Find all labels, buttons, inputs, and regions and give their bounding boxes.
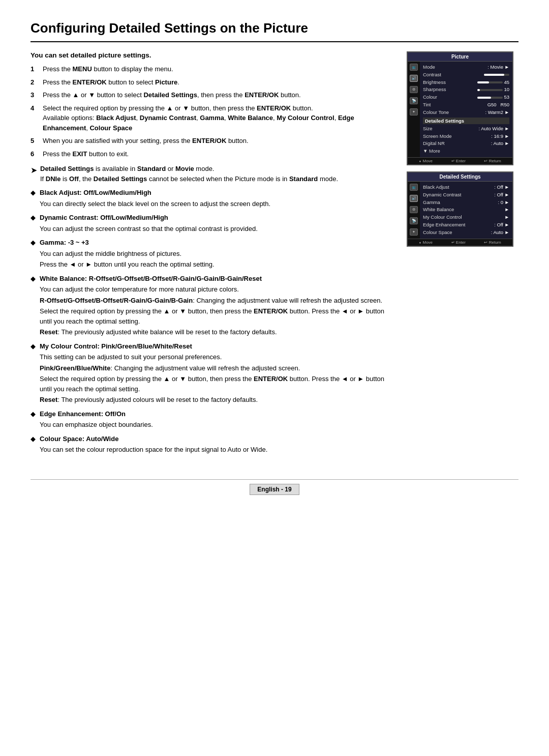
tv-screens-column: Picture 📺 🔊 ⚙ 📡 ✦ Mode: Movie ► Contrast — [407, 51, 518, 459]
bullet-desc-2: You can adjust the screen contrast so th… — [40, 224, 394, 234]
bullet-dynamic-contrast: ◆ Dynamic Contrast: Off/Low/Medium/High … — [30, 213, 394, 234]
tv2-footer-move: ⬧ Move — [419, 240, 433, 245]
tv2-footer: ⬧ Move ↵ Enter ↩ Return — [408, 239, 512, 246]
bullet-desc-5b: Pink/Green/Blue/White: Changing the adju… — [40, 363, 394, 373]
step-num-3: 3 — [30, 90, 41, 100]
step-5: 5 When you are satisfied with your setti… — [30, 136, 394, 146]
tv1-footer-move: ⬧ Move — [419, 159, 433, 163]
tv1-section-detailed: Detailed Settings — [423, 118, 509, 124]
bullet-my-colour-control: ◆ My Colour Control: Pink/Green/Blue/Whi… — [30, 341, 394, 405]
bullet-title-3: Gamma: -3 ~ +3 — [40, 239, 89, 246]
tv2-item-colourspace: Colour Space: Auto ► — [423, 229, 509, 237]
step-content-5: When you are satisfied with your setting… — [43, 136, 394, 146]
step-4: 4 Select the required option by pressing… — [30, 103, 394, 133]
step-6: 6 Press the EXIT button to exit. — [30, 149, 394, 159]
tv2-footer-enter: ↵ Enter — [451, 240, 466, 245]
tv1-body: 📺 🔊 ⚙ 📡 ✦ Mode: Movie ► Contrast — [408, 62, 512, 157]
bullet-colour-space: ◆ Colour Space: Auto/Wide You can set th… — [30, 434, 394, 455]
page-title: Configuring Detailed Settings on the Pic… — [30, 20, 518, 42]
bullet-title-1: Black Adjust: Off/Low/Medium/High — [40, 189, 151, 196]
bullet-desc-3a: You can adjust the middle brightness of … — [40, 249, 394, 259]
tv1-icon-3: ⚙ — [410, 86, 418, 93]
tv1-item-screenmode: Screen Mode: 16:9 ► — [423, 133, 509, 140]
steps-list: 1 Press the MENU button to display the m… — [30, 64, 394, 159]
bullet-title-2: Dynamic Contrast: Off/Low/Medium/High — [40, 214, 168, 221]
bullet-desc-7: You can set the colour reproduction spac… — [40, 445, 394, 455]
tv2-icons: 📺 🔊 ⚙ 📡 ✦ — [408, 182, 420, 239]
tv2-icon-2: 🔊 — [410, 195, 418, 202]
bullet-content-1: Black Adjust: Off/Low/Medium/High You ca… — [40, 188, 394, 209]
bullet-desc-5d: Reset: The previously adjusted colours w… — [40, 395, 394, 405]
tv2-header: Detailed Settings — [408, 172, 512, 182]
bullet-desc-6: You can emphasize object boundaries. — [40, 420, 394, 430]
diamond-icon-4: ◆ — [30, 275, 36, 282]
step-content-1: Press the MENU button to display the men… — [43, 64, 394, 74]
bullet-desc-4c: Select the required option by pressing t… — [40, 306, 394, 326]
step-num-4: 4 — [30, 103, 41, 113]
bullet-content-2: Dynamic Contrast: Off/Low/Medium/High Yo… — [40, 213, 394, 234]
tv2-icon-4: 📡 — [410, 217, 418, 224]
footer-badge: English - 19 — [250, 484, 299, 495]
main-content: You can set detailed picture settings. 1… — [30, 51, 394, 459]
bullet-black-adjust: ◆ Black Adjust: Off/Low/Medium/High You … — [30, 188, 394, 209]
tv1-item-mode: Mode: Movie ► — [423, 64, 509, 71]
diamond-icon-1: ◆ — [30, 189, 36, 196]
step-2: 2 Press the ENTER/OK button to select Pi… — [30, 77, 394, 88]
note-text: Detailed Settings is available in Standa… — [40, 164, 338, 184]
bullet-title-4: White Balance: R-Offset/G-Offset/B-Offse… — [40, 275, 262, 282]
diamond-icon-2: ◆ — [30, 214, 36, 221]
tv1-item-digitalnr: Digital NR: Auto ► — [423, 140, 509, 148]
bullet-desc-4d: Reset: The previously adjusted white bal… — [40, 327, 394, 337]
step-content-6: Press the EXIT button to exit. — [43, 149, 394, 159]
tv-screen-2: Detailed Settings 📺 🔊 ⚙ 📡 ✦ Black Adjust… — [407, 171, 513, 247]
tv1-icons: 📺 🔊 ⚙ 📡 ✦ — [408, 62, 420, 157]
bullet-content-4: White Balance: R-Offset/G-Offset/B-Offse… — [40, 274, 394, 337]
note-arrow-icon: ➤ — [30, 164, 37, 177]
bullet-desc-5a: This setting can be adjusted to suit you… — [40, 352, 394, 362]
tv1-item-colour: Colour 53 — [423, 94, 509, 101]
tv2-item-whitebalance: White Balance► — [423, 206, 509, 214]
tv2-icon-1: 📺 — [410, 184, 418, 191]
note-block: ➤ Detailed Settings is available in Stan… — [30, 164, 394, 184]
bullet-edge-enhancement: ◆ Edge Enhancement: Off/On You can empha… — [30, 409, 394, 430]
diamond-icon-7: ◆ — [30, 435, 36, 443]
diamond-icon-3: ◆ — [30, 239, 36, 246]
tv1-menu: Mode: Movie ► Contrast Brightness 45 — [420, 62, 512, 157]
tv1-header: Picture — [408, 52, 512, 62]
step-num-2: 2 — [30, 77, 41, 88]
bullet-title-5: My Colour Control: Pink/Green/Blue/White… — [40, 342, 192, 350]
tv1-footer: ⬧ Move ↵ Enter ↩ Return — [408, 157, 512, 164]
step-content-4: Select the required option by pressing t… — [43, 103, 394, 133]
bullet-content-3: Gamma: -3 ~ +3 You can adjust the middle… — [40, 238, 394, 270]
bullet-desc-3b: Press the ◄ or ► button until you reach … — [40, 259, 394, 270]
step-num-1: 1 — [30, 64, 41, 74]
tv1-item-more: ▼ More — [423, 148, 509, 155]
tv2-item-blackadjust: Black Adjust: Off ► — [423, 184, 509, 191]
tv1-footer-return: ↩ Return — [484, 159, 501, 163]
tv2-icon-3: ⚙ — [410, 206, 418, 213]
page-footer: English - 19 — [30, 479, 518, 495]
bullet-white-balance: ◆ White Balance: R-Offset/G-Offset/B-Off… — [30, 274, 394, 337]
tv1-item-sharpness: Sharpness 10 — [423, 86, 509, 94]
tv2-item-mycolour: My Colour Control► — [423, 214, 509, 221]
tv2-item-gamma: Gamma: 0 ► — [423, 199, 509, 207]
step-content-2: Press the ENTER/OK button to select Pict… — [43, 77, 394, 88]
step-1: 1 Press the MENU button to display the m… — [30, 64, 394, 74]
step-3: 3 Press the ▲ or ▼ button to select Deta… — [30, 90, 394, 100]
bullet-title-7: Colour Space: Auto/Wide — [40, 435, 118, 443]
bullet-content-6: Edge Enhancement: Off/On You can emphasi… — [40, 409, 394, 430]
tv-screen-1: Picture 📺 🔊 ⚙ 📡 ✦ Mode: Movie ► Contrast — [407, 51, 513, 165]
bullet-desc-5c: Select the required option by pressing t… — [40, 374, 394, 394]
tv1-item-contrast: Contrast — [423, 71, 509, 79]
tv2-menu: Black Adjust: Off ► Dynamic Contrast: Of… — [420, 182, 512, 239]
tv1-icon-5: ✦ — [410, 108, 418, 115]
step-num-6: 6 — [30, 149, 41, 159]
tv1-footer-enter: ↵ Enter — [451, 159, 466, 163]
tv1-item-colourtone: Colour Tone: Warm2 ► — [423, 109, 509, 117]
diamond-icon-6: ◆ — [30, 410, 36, 418]
tv2-item-edge: Edge Enhancement: Off ► — [423, 221, 509, 229]
tv2-body: 📺 🔊 ⚙ 📡 ✦ Black Adjust: Off ► Dynamic Co… — [408, 182, 512, 239]
tv2-footer-return: ↩ Return — [484, 240, 501, 245]
tv1-icon-1: 📺 — [410, 64, 418, 71]
step-content-3: Press the ▲ or ▼ button to select Detail… — [43, 90, 394, 100]
